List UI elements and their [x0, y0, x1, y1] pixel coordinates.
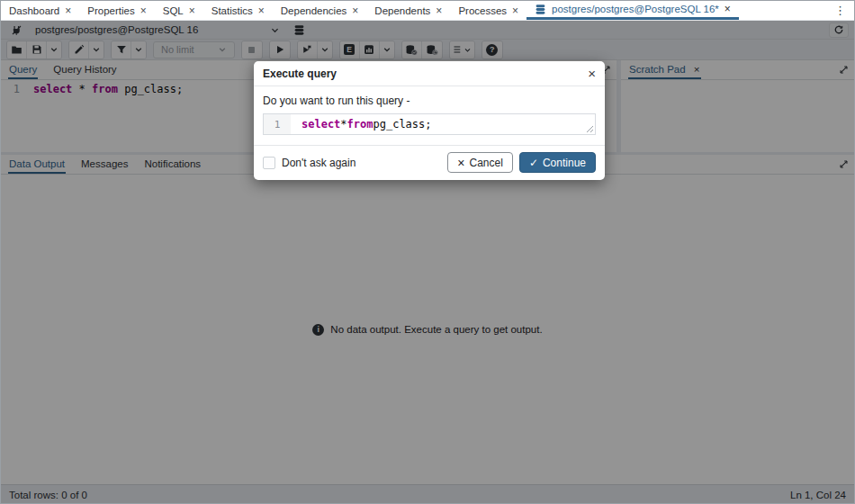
sql-keyword: from — [347, 118, 374, 130]
sql-keyword: select — [302, 118, 340, 130]
close-icon[interactable]: × — [352, 5, 358, 16]
tab-properties[interactable]: Properties × — [79, 1, 154, 20]
close-icon[interactable]: × — [724, 4, 731, 14]
close-icon: × — [457, 156, 464, 170]
tab-dependencies[interactable]: Dependencies × — [273, 1, 367, 20]
dialog-header[interactable]: Execute query × — [254, 61, 605, 86]
resize-grip-icon[interactable] — [586, 125, 594, 133]
dialog-buttons: × Cancel ✓ Continue — [447, 152, 596, 173]
execute-query-dialog: Execute query × Do you want to run this … — [254, 61, 605, 180]
tab-label: Dependents — [374, 5, 430, 16]
tab-label: Statistics — [212, 5, 253, 16]
database-stack-icon — [535, 4, 546, 15]
dialog-code-line: select * from pg_class; — [291, 114, 432, 134]
continue-label: Continue — [543, 157, 586, 169]
dialog-footer: Don't ask again × Cancel ✓ Continue — [254, 145, 605, 180]
cancel-label: Cancel — [470, 157, 503, 169]
pgadmin-query-tool-window: Dashboard × Properties × SQL × Statistic… — [0, 0, 855, 504]
close-icon[interactable]: × — [512, 5, 518, 16]
dialog-title: Execute query — [263, 68, 337, 80]
tab-dashboard[interactable]: Dashboard × — [1, 1, 79, 20]
sql-text: * — [340, 118, 346, 130]
close-icon[interactable]: × — [189, 5, 195, 16]
dialog-sql-preview: 1 select * from pg_class; — [263, 113, 596, 135]
tab-label: Dependencies — [281, 5, 347, 16]
tab-label: SQL — [163, 5, 184, 16]
sql-text: pg_class; — [374, 118, 432, 130]
tab-label: Processes — [458, 5, 507, 16]
top-tab-bar: Dashboard × Properties × SQL × Statistic… — [1, 1, 854, 21]
dont-ask-again-option[interactable]: Don't ask again — [263, 157, 356, 169]
close-icon[interactable]: × — [588, 67, 596, 80]
dialog-prompt: Do you want to run this query - — [263, 94, 596, 107]
dont-ask-label: Don't ask again — [282, 157, 356, 169]
continue-button[interactable]: ✓ Continue — [519, 152, 596, 173]
close-icon[interactable]: × — [140, 5, 147, 16]
tab-sql[interactable]: SQL × — [155, 1, 203, 20]
tab-label: Properties — [87, 5, 134, 16]
tab-processes[interactable]: Processes × — [450, 1, 526, 20]
dialog-body: Do you want to run this query - 1 select… — [254, 86, 605, 135]
tab-statistics[interactable]: Statistics × — [203, 1, 273, 20]
dialog-line-number: 1 — [264, 114, 291, 134]
tab-label: Dashboard — [9, 5, 59, 16]
cancel-button[interactable]: × Cancel — [447, 152, 513, 173]
close-icon[interactable]: × — [436, 5, 442, 16]
tab-query-tool-active[interactable]: postgres/postgres@PostgreSQL 16* × — [526, 1, 739, 20]
tab-label: postgres/postgres@PostgreSQL 16* — [552, 4, 719, 14]
kebab-menu-icon[interactable]: ⋮ — [826, 1, 854, 20]
tab-dependents[interactable]: Dependents × — [366, 1, 450, 20]
dont-ask-checkbox[interactable] — [263, 157, 275, 169]
query-tool-body: postgres/postgres@PostgreSQL 16 — [1, 21, 854, 504]
close-icon[interactable]: × — [65, 5, 71, 16]
check-icon: ✓ — [529, 157, 538, 169]
close-icon[interactable]: × — [258, 5, 265, 16]
